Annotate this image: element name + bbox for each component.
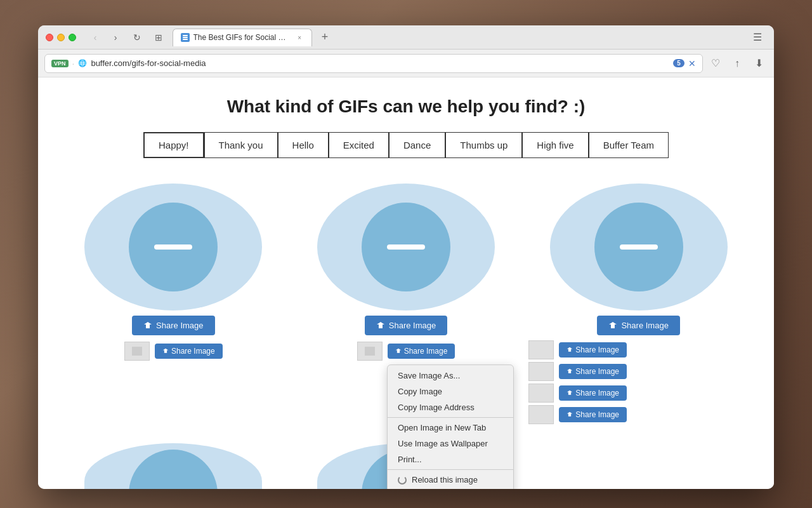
gif-image-1[interactable] xyxy=(84,184,262,311)
page-content: What kind of GIFs can we help you find? … xyxy=(38,77,774,489)
address-input[interactable] xyxy=(91,58,669,68)
tab-favicon xyxy=(181,33,190,42)
gif-minus-2 xyxy=(387,244,425,250)
tab-title: The Best GIFs for Social Me... xyxy=(193,33,292,42)
small-gif-column-3: Share Image Share Image xyxy=(528,340,749,424)
context-copy-image-address[interactable]: Copy Image Address xyxy=(388,399,513,415)
gif-image-2[interactable] xyxy=(317,184,495,311)
svg-rect-4 xyxy=(365,347,375,356)
category-thank-you[interactable]: Thank you xyxy=(204,132,278,158)
gif-cell-6 xyxy=(522,437,755,489)
maximize-button[interactable] xyxy=(69,34,76,41)
category-buffer-team[interactable]: Buffer Team xyxy=(589,132,669,158)
gif-bottom-1[interactable] xyxy=(84,443,262,489)
bookmark-button[interactable]: ♡ xyxy=(707,55,724,72)
reload-icon xyxy=(398,476,407,485)
category-thumbs-up[interactable]: Thumbs up xyxy=(445,132,522,158)
small-share-button-2[interactable]: Share Image xyxy=(388,344,455,359)
small-share-button-3c[interactable]: Share Image xyxy=(559,385,627,401)
back-button[interactable]: ‹ xyxy=(86,30,104,44)
gif-circle-1 xyxy=(129,203,218,291)
page-title: What kind of GIFs can we help you find? … xyxy=(227,97,586,117)
address-separator: · xyxy=(72,58,75,69)
small-share-button-3a[interactable]: Share Image xyxy=(559,342,627,358)
share-icon-2 xyxy=(376,321,385,330)
context-print[interactable]: Print... xyxy=(388,451,513,467)
browser-window: ‹ › ↻ ⊞ The Best GIFs for Social Me... ×… xyxy=(38,25,774,489)
browser-menu-icon[interactable]: ☰ xyxy=(749,29,766,46)
lock-icon: 🌐 xyxy=(78,59,87,67)
category-dance[interactable]: Dance xyxy=(389,132,445,158)
forward-button[interactable]: › xyxy=(107,30,124,44)
grid-view-button[interactable]: ⊞ xyxy=(150,30,167,44)
toolbar-right: ♡ ↑ ⬇ xyxy=(707,55,768,72)
active-tab[interactable]: The Best GIFs for Social Me... × xyxy=(173,29,312,46)
tab-close-button[interactable]: × xyxy=(296,33,304,42)
category-happy[interactable]: Happy! xyxy=(143,132,204,158)
category-hello[interactable]: Hello xyxy=(278,132,329,158)
category-buttons: Happy! Thank you Hello Excited Dance Thu… xyxy=(143,132,669,158)
small-gif-row-1: Share Image xyxy=(124,340,223,362)
vpn-badge: VPN xyxy=(51,60,69,67)
share-icon-3 xyxy=(608,321,617,330)
new-tab-button[interactable]: + xyxy=(317,30,332,45)
share-icon-1 xyxy=(143,321,152,330)
small-share-button-1[interactable]: Share Image xyxy=(155,344,223,359)
share-toolbar-button[interactable]: ↑ xyxy=(728,55,746,72)
gif-cell-3: Share Image Share Image Sh xyxy=(522,177,755,431)
context-use-as-wallpaper[interactable]: Use Image as Wallpaper xyxy=(388,436,513,451)
minimize-button[interactable] xyxy=(57,34,65,41)
context-menu: Save Image As... Copy Image Copy Image A… xyxy=(387,364,514,489)
gif-minus-1 xyxy=(154,244,192,250)
small-gif-row-3b: Share Image xyxy=(528,362,749,381)
gif-image-3[interactable] xyxy=(550,184,728,311)
traffic-lights xyxy=(46,34,76,41)
context-save-image-as[interactable]: Save Image As... xyxy=(388,368,513,384)
small-share-button-3b[interactable]: Share Image xyxy=(559,364,627,379)
gif-circle-2 xyxy=(362,203,450,291)
context-copy-image[interactable]: Copy Image xyxy=(388,384,513,399)
address-bar[interactable]: VPN · 🌐 5 ✕ xyxy=(44,54,703,73)
svg-rect-1 xyxy=(183,37,188,38)
svg-rect-3 xyxy=(132,347,142,356)
gif-cell-4 xyxy=(57,437,290,489)
small-thumb-3c[interactable] xyxy=(528,384,554,403)
gif-circle-3 xyxy=(594,203,683,291)
small-share-button-3d[interactable]: Share Image xyxy=(559,407,627,422)
svg-rect-2 xyxy=(183,39,188,40)
title-bar: ‹ › ↻ ⊞ The Best GIFs for Social Me... ×… xyxy=(38,25,774,50)
small-thumb-3b[interactable] xyxy=(528,362,554,381)
gif-grid: Share Image Share Image xyxy=(57,177,755,489)
category-excited[interactable]: Excited xyxy=(329,132,389,158)
small-gif-row-3d: Share Image xyxy=(528,405,749,424)
gif-bottom-circle-1 xyxy=(129,450,218,489)
context-separator-2 xyxy=(388,469,513,470)
gif-minus-3 xyxy=(620,244,658,250)
context-separator-1 xyxy=(388,417,513,418)
context-reload-image[interactable]: Reload this image xyxy=(388,472,513,488)
small-gif-row-3a: Share Image xyxy=(528,340,749,359)
small-gif-row-2: Share Image xyxy=(357,340,455,362)
small-thumb-3d[interactable] xyxy=(528,405,554,424)
small-thumb-3a[interactable] xyxy=(528,340,554,359)
share-button-1[interactable]: Share Image xyxy=(132,316,214,335)
small-thumb-2[interactable] xyxy=(357,342,383,361)
svg-rect-0 xyxy=(183,35,188,36)
gif-cell-1: Share Image Share Image xyxy=(57,177,290,431)
close-button[interactable] xyxy=(46,34,53,41)
small-thumb-1[interactable] xyxy=(124,342,150,361)
category-high-five[interactable]: High five xyxy=(522,132,588,158)
address-bar-row: VPN · 🌐 5 ✕ ♡ ↑ ⬇ xyxy=(38,50,774,77)
reload-button[interactable]: ↻ xyxy=(129,30,145,44)
context-open-new-tab[interactable]: Open Image in New Tab xyxy=(388,420,513,436)
extension-badge: 5 xyxy=(673,59,684,67)
share-button-3[interactable]: Share Image xyxy=(597,316,679,335)
download-button[interactable]: ⬇ xyxy=(750,55,768,72)
small-gif-row-3c: Share Image xyxy=(528,384,749,403)
nav-buttons: ‹ › xyxy=(86,30,124,44)
clear-button[interactable]: ✕ xyxy=(688,58,696,69)
share-button-2[interactable]: Share Image xyxy=(365,316,447,335)
